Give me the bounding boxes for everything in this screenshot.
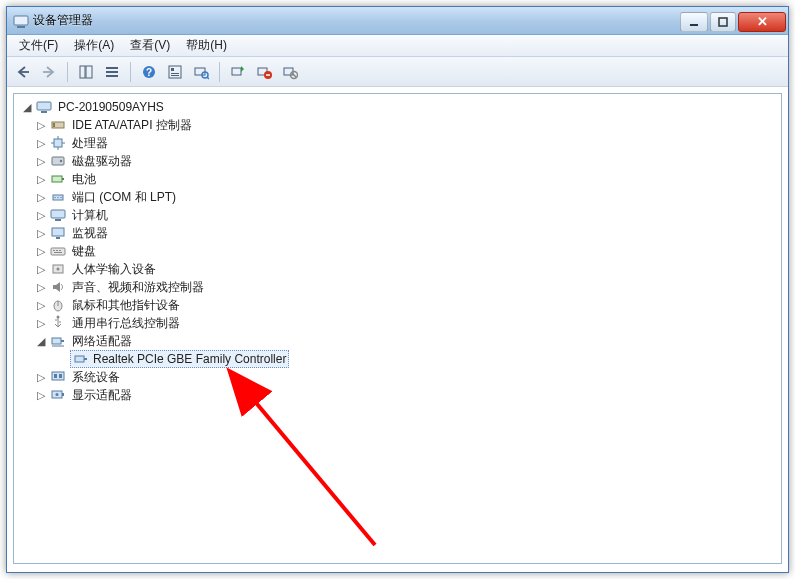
network-adapter-icon bbox=[73, 351, 89, 367]
tree-item-hid[interactable]: ▷ 人体学输入设备 bbox=[34, 260, 779, 278]
tree-item-system[interactable]: ▷ 系统设备 bbox=[34, 368, 779, 386]
maximize-button[interactable] bbox=[710, 12, 736, 32]
computer-icon bbox=[50, 207, 66, 223]
expand-icon[interactable]: ▷ bbox=[34, 262, 48, 276]
svg-rect-41 bbox=[56, 250, 58, 251]
window-buttons: ✕ bbox=[680, 10, 788, 32]
svg-point-57 bbox=[56, 393, 59, 396]
close-button[interactable]: ✕ bbox=[738, 12, 786, 32]
svg-rect-54 bbox=[59, 374, 62, 378]
tree-item-label: 电池 bbox=[72, 171, 96, 188]
collapse-icon[interactable]: ◢ bbox=[34, 334, 48, 348]
tree-item-root[interactable]: ◢ PC-20190509AYHS bbox=[20, 98, 779, 116]
svg-rect-8 bbox=[106, 75, 118, 77]
battery-icon bbox=[50, 171, 66, 187]
device-tree: ◢ PC-20190509AYHS ▷ IDE ATA/ATAPI 控制器 ▷ bbox=[14, 94, 781, 408]
tree-item-mouse[interactable]: ▷ 鼠标和其他指针设备 bbox=[34, 296, 779, 314]
svg-rect-37 bbox=[52, 228, 64, 236]
expand-icon[interactable]: ▷ bbox=[34, 226, 48, 240]
back-button[interactable] bbox=[11, 60, 35, 84]
tree-item-monitor[interactable]: ▷ 监视器 bbox=[34, 224, 779, 242]
tree-item-sound[interactable]: ▷ 声音、视频和游戏控制器 bbox=[34, 278, 779, 296]
tree-item-battery[interactable]: ▷ 电池 bbox=[34, 170, 779, 188]
svg-rect-15 bbox=[195, 68, 205, 75]
tree-item-display[interactable]: ▷ 显示适配器 bbox=[34, 386, 779, 404]
tree-item-label: 磁盘驱动器 bbox=[72, 153, 132, 170]
disable-button[interactable] bbox=[278, 60, 302, 84]
display-adapter-icon bbox=[50, 387, 66, 403]
tree-item-label: 计算机 bbox=[72, 207, 108, 224]
svg-rect-5 bbox=[86, 66, 92, 78]
expand-icon[interactable]: ▷ bbox=[34, 190, 48, 204]
forward-button[interactable] bbox=[37, 60, 61, 84]
svg-point-32 bbox=[54, 197, 55, 198]
help-button[interactable]: ? bbox=[137, 60, 161, 84]
expand-placeholder: ▷ bbox=[54, 352, 68, 366]
tree-item-network-child[interactable]: ▷ Realtek PCIe GBE Family Controller bbox=[54, 350, 779, 368]
tree-item-network[interactable]: ◢ 网络适配器 bbox=[34, 332, 779, 350]
svg-rect-13 bbox=[171, 73, 179, 74]
tree-item-computer[interactable]: ▷ 计算机 bbox=[34, 206, 779, 224]
scan-hardware-button[interactable] bbox=[189, 60, 213, 84]
window-title: 设备管理器 bbox=[33, 12, 680, 29]
toolbar-separator bbox=[130, 62, 131, 82]
toolbar-separator bbox=[67, 62, 68, 82]
device-manager-icon bbox=[13, 13, 29, 29]
network-icon bbox=[50, 333, 66, 349]
svg-rect-35 bbox=[51, 210, 65, 218]
update-driver-button[interactable] bbox=[226, 60, 250, 84]
tree-panel[interactable]: ◢ PC-20190509AYHS ▷ IDE ATA/ATAPI 控制器 ▷ bbox=[13, 93, 782, 564]
expand-icon[interactable]: ▷ bbox=[34, 118, 48, 132]
svg-rect-39 bbox=[51, 248, 65, 255]
minimize-button[interactable] bbox=[680, 12, 708, 32]
svg-point-28 bbox=[60, 160, 62, 162]
expand-icon[interactable]: ▷ bbox=[34, 388, 48, 402]
tree-item-keyboard[interactable]: ▷ 键盘 bbox=[34, 242, 779, 260]
expand-icon[interactable]: ▷ bbox=[34, 280, 48, 294]
svg-rect-26 bbox=[54, 139, 62, 147]
device-manager-window: 设备管理器 ✕ 文件(F) 操作(A) 查看(V) 帮助(H) bbox=[6, 6, 789, 573]
expand-icon[interactable]: ▷ bbox=[34, 172, 48, 186]
menu-view[interactable]: 查看(V) bbox=[122, 35, 178, 56]
menu-help[interactable]: 帮助(H) bbox=[178, 35, 235, 56]
svg-rect-2 bbox=[690, 24, 698, 26]
svg-text:?: ? bbox=[146, 67, 152, 78]
detail-view-button[interactable] bbox=[100, 60, 124, 84]
show-hide-tree-button[interactable] bbox=[74, 60, 98, 84]
svg-rect-7 bbox=[106, 71, 118, 73]
expand-icon[interactable]: ▷ bbox=[34, 136, 48, 150]
tree-item-ports[interactable]: ▷ 端口 (COM 和 LPT) bbox=[34, 188, 779, 206]
svg-rect-52 bbox=[52, 372, 64, 380]
mouse-icon bbox=[50, 297, 66, 313]
expand-icon[interactable]: ▷ bbox=[34, 298, 48, 312]
svg-rect-49 bbox=[61, 340, 64, 342]
expand-icon[interactable]: ▷ bbox=[34, 370, 48, 384]
menu-file[interactable]: 文件(F) bbox=[11, 35, 66, 56]
svg-rect-22 bbox=[37, 102, 51, 110]
ide-icon bbox=[50, 117, 66, 133]
tree-item-label: 网络适配器 bbox=[72, 333, 132, 350]
collapse-icon[interactable]: ◢ bbox=[20, 100, 34, 114]
tree-item-label: 系统设备 bbox=[72, 369, 120, 386]
svg-rect-23 bbox=[41, 111, 47, 113]
expand-icon[interactable]: ▷ bbox=[34, 244, 48, 258]
tree-item-cpu[interactable]: ▷ 处理器 bbox=[34, 134, 779, 152]
expand-icon[interactable]: ▷ bbox=[34, 208, 48, 222]
tree-item-disk[interactable]: ▷ 磁盘驱动器 bbox=[34, 152, 779, 170]
properties-button[interactable] bbox=[163, 60, 187, 84]
menu-action[interactable]: 操作(A) bbox=[66, 35, 122, 56]
expand-icon[interactable]: ▷ bbox=[34, 316, 48, 330]
expand-icon[interactable]: ▷ bbox=[34, 154, 48, 168]
computer-icon bbox=[36, 99, 52, 115]
titlebar[interactable]: 设备管理器 ✕ bbox=[7, 7, 788, 35]
svg-rect-17 bbox=[232, 68, 241, 75]
monitor-icon bbox=[50, 225, 66, 241]
tree-item-ide[interactable]: ▷ IDE ATA/ATAPI 控制器 bbox=[34, 116, 779, 134]
disk-icon bbox=[50, 153, 66, 169]
tree-item-usb[interactable]: ▷ 通用串行总线控制器 bbox=[34, 314, 779, 332]
svg-rect-27 bbox=[52, 157, 64, 165]
svg-rect-11 bbox=[169, 66, 181, 78]
uninstall-button[interactable] bbox=[252, 60, 276, 84]
cpu-icon bbox=[50, 135, 66, 151]
svg-rect-38 bbox=[56, 237, 60, 239]
